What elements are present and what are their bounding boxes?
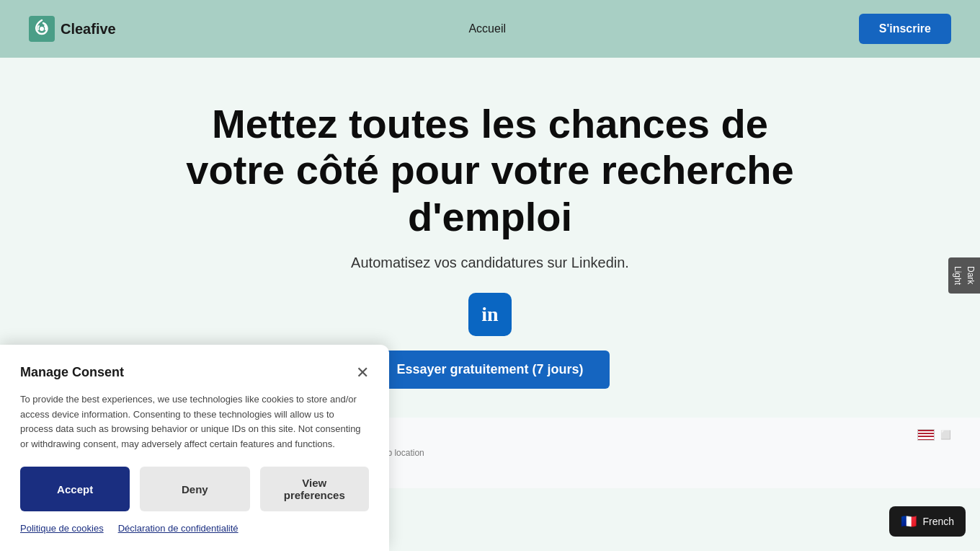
nav-accueil[interactable]: Accueil <box>468 22 506 35</box>
svg-point-1 <box>40 27 44 31</box>
consent-close-button[interactable]: ✕ <box>356 365 369 381</box>
view-preferences-button[interactable]: View preferences <box>260 467 370 511</box>
language-label: French <box>922 516 954 527</box>
hero-subtitle: Automatisez vos candidatures sur Linkedi… <box>14 255 966 271</box>
privacy-link[interactable]: Déclaration de confidentialité <box>118 523 239 534</box>
deny-button[interactable]: Deny <box>140 467 249 511</box>
consent-links: Politique de cookies Déclaration de conf… <box>20 523 369 534</box>
header: Cleafive Accueil S'inscrire <box>0 0 980 58</box>
dark-label: Dark <box>966 266 976 285</box>
cookie-policy-link[interactable]: Politique de cookies <box>20 523 104 534</box>
logo-text: Cleafive <box>61 21 116 38</box>
light-label: Light <box>953 266 963 285</box>
linkedin-icon-wrapper: in <box>14 293 966 336</box>
language-selector[interactable]: 🇫🇷 French <box>889 506 966 537</box>
consent-title: Manage Consent <box>20 365 124 380</box>
consent-body: To provide the best experiences, we use … <box>20 392 369 452</box>
us-flag-icon <box>917 429 935 441</box>
accept-button[interactable]: Accept <box>20 467 130 511</box>
consent-buttons: Accept Deny View preferences <box>20 467 369 511</box>
consent-banner: Manage Consent ✕ To provide the best exp… <box>0 345 389 551</box>
theme-toggle[interactable]: Dark Light <box>948 257 980 294</box>
french-flag-icon: 🇫🇷 <box>901 513 917 529</box>
main-nav: Accueil <box>468 22 506 35</box>
logo-icon <box>29 16 55 42</box>
extra-flag-placeholder: ⬜ <box>940 430 951 440</box>
logo-area: Cleafive <box>29 16 116 42</box>
consent-header: Manage Consent ✕ <box>20 365 369 381</box>
linkedin-icon: in <box>468 293 512 336</box>
signup-button[interactable]: S'inscrire <box>859 14 951 44</box>
hero-title: Mettez toutes les chances de votre côté … <box>166 101 814 240</box>
try-free-button[interactable]: Essayer gratuitement (7 jours) <box>370 351 609 389</box>
